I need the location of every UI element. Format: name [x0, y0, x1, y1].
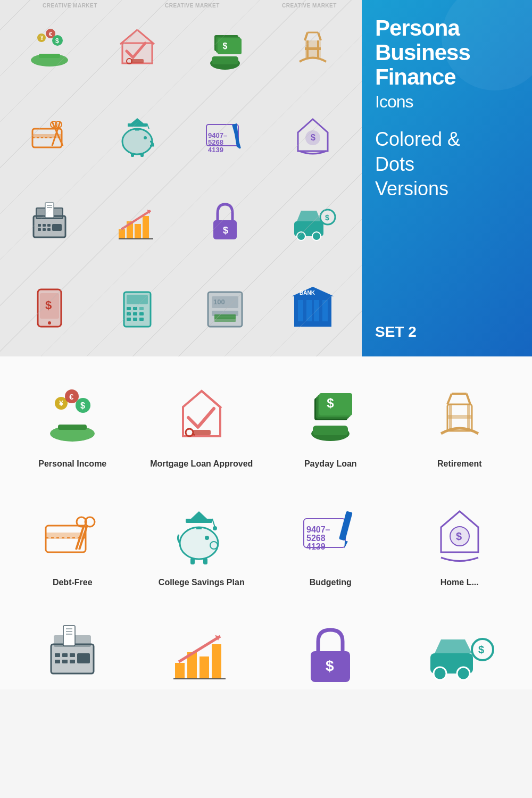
svg-line-24 — [305, 32, 307, 40]
icon-cell-payday: $ — [181, 5, 269, 92]
svg-rect-16 — [218, 38, 242, 54]
svg-rect-181 — [77, 653, 90, 663]
college-savings-icon — [111, 109, 164, 162]
svg-text:€: € — [49, 31, 52, 37]
svg-line-25 — [318, 32, 321, 40]
bottom-section: ¥ € $ Personal Income Mortgage Loan Appr… — [0, 356, 532, 689]
svg-text:BANK: BANK — [300, 290, 315, 296]
item-retirement: Retirement — [398, 383, 522, 470]
svg-rect-42 — [140, 153, 144, 157]
svg-line-138 — [467, 394, 470, 404]
svg-rect-19 — [212, 56, 238, 64]
svg-point-193 — [457, 667, 470, 680]
svg-rect-162 — [339, 511, 353, 541]
svg-line-154 — [212, 519, 215, 527]
svg-rect-111 — [294, 321, 331, 327]
svg-text:$: $ — [456, 530, 462, 542]
svg-point-82 — [48, 321, 51, 325]
svg-text:€: € — [69, 392, 74, 401]
item-secure-bottom: $ — [269, 620, 393, 689]
svg-rect-95 — [133, 318, 137, 321]
svg-rect-152 — [186, 519, 212, 523]
secure-payment-icon: $ — [198, 195, 252, 248]
icon-cell-calculator — [93, 265, 181, 352]
svg-rect-107 — [298, 300, 303, 321]
icon-cell-debt-free — [5, 92, 93, 179]
sidebar-content: Persona Business Finance Icons Colored &… — [375, 16, 519, 202]
svg-rect-63 — [45, 203, 54, 218]
svg-rect-129 — [319, 393, 352, 415]
budgeting-label: Budgeting — [310, 577, 352, 588]
sidebar: Persona Business Finance Icons Colored &… — [362, 0, 532, 356]
icon-cell-mortgage — [93, 5, 181, 92]
bottom-row-1: ¥ € $ Personal Income Mortgage Loan Appr… — [0, 367, 532, 486]
mortgage-loan-large-icon — [167, 383, 236, 452]
icon-cell-investment — [93, 178, 181, 265]
retirement-large-icon — [425, 383, 494, 452]
icon-grid: Creative Market Creative Market Creative… — [0, 0, 362, 356]
icon-cell-mobile: $ — [5, 265, 93, 352]
car-loan-bottom-icon: $ — [425, 620, 494, 689]
svg-point-76 — [297, 232, 305, 240]
icon-cell-personal-income: ¥ € $ — [5, 5, 93, 92]
svg-rect-176 — [62, 653, 68, 657]
payday-loan-large-icon: $ — [296, 383, 365, 452]
svg-point-148 — [180, 527, 218, 559]
item-investment-bottom — [140, 620, 264, 689]
svg-text:$: $ — [55, 37, 59, 45]
svg-text:$: $ — [325, 213, 329, 222]
register-bottom-icon — [38, 620, 107, 689]
watermark: Creative Market — [43, 3, 97, 9]
svg-text:4139: 4139 — [208, 146, 223, 154]
top-section: Creative Market Creative Market Creative… — [0, 0, 532, 356]
svg-rect-69 — [143, 216, 149, 239]
sidebar-icons-label: Icons — [375, 93, 519, 111]
svg-text:5268: 5268 — [208, 138, 223, 146]
personal-income-large-icon: ¥ € $ — [38, 383, 107, 452]
svg-rect-59 — [38, 228, 41, 231]
svg-rect-132 — [313, 426, 348, 435]
svg-rect-156 — [190, 558, 195, 564]
atm-icon: 100 — [198, 281, 252, 335]
svg-text:$: $ — [311, 133, 315, 142]
svg-rect-68 — [135, 224, 141, 239]
svg-rect-61 — [47, 228, 51, 231]
college-savings-label: College Savings Plan — [159, 577, 245, 588]
svg-rect-178 — [55, 660, 60, 663]
icon-cell-secure-payment: $ — [181, 178, 269, 265]
svg-rect-89 — [133, 307, 137, 310]
investment-bottom-icon — [167, 620, 236, 689]
item-register-bottom — [11, 620, 135, 689]
secure-bottom-icon: $ — [296, 620, 365, 689]
svg-rect-110 — [322, 300, 328, 321]
college-savings-large-icon — [167, 502, 236, 571]
svg-rect-185 — [212, 644, 221, 679]
sidebar-colored-label: Colored & — [375, 127, 519, 152]
svg-rect-180 — [70, 660, 75, 663]
personal-income-label: Personal Income — [38, 459, 106, 470]
svg-point-36 — [144, 136, 147, 139]
svg-rect-103 — [214, 318, 236, 322]
sidebar-title-line3: Finance — [375, 65, 519, 89]
svg-point-149 — [205, 536, 209, 540]
icon-cell-home-loan: $ — [269, 92, 356, 179]
icon-cell-car-loan: $ — [269, 178, 356, 265]
bottom-row-3: $ $ — [0, 604, 532, 689]
svg-rect-182 — [175, 663, 185, 679]
watermark: Creative Market — [165, 3, 220, 9]
svg-rect-90 — [139, 307, 144, 310]
svg-rect-87 — [127, 295, 148, 304]
home-loan-label: Home L... — [440, 577, 479, 588]
item-mortgage-loan: Mortgage Loan Approved — [140, 383, 264, 470]
sidebar-set-label: SET 2 — [375, 323, 519, 340]
icon-cell-bank: BANK — [269, 265, 356, 352]
svg-point-155 — [213, 526, 217, 530]
svg-rect-58 — [47, 224, 51, 227]
svg-point-124 — [186, 429, 193, 436]
svg-text:$: $ — [223, 225, 228, 236]
icon-cell-atm: 100 — [181, 265, 269, 352]
svg-rect-92 — [133, 312, 137, 315]
svg-rect-62 — [52, 224, 62, 231]
svg-text:4139: 4139 — [306, 542, 326, 551]
icon-cell-budgeting: 9407– 5268 4139 — [181, 92, 269, 179]
